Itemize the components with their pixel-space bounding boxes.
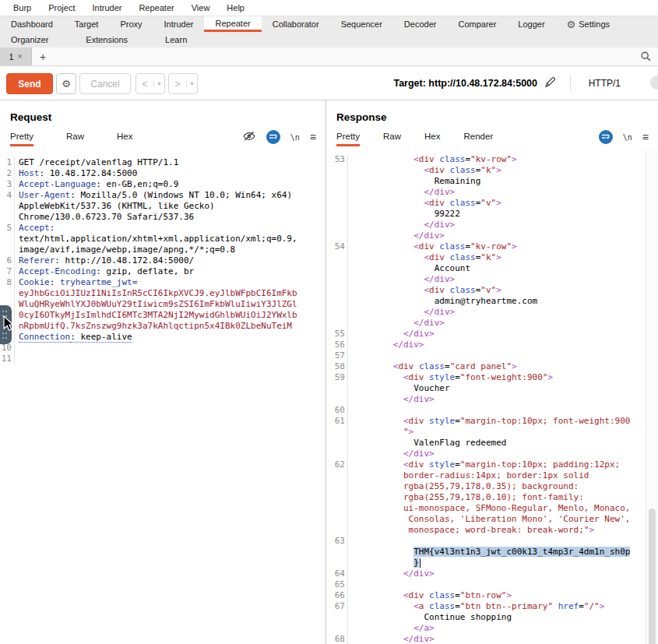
- tab-extensions[interactable]: Extensions: [75, 32, 139, 48]
- request-panel-title: Request: [10, 111, 51, 123]
- tab-target[interactable]: Target: [64, 16, 110, 32]
- menu-burp[interactable]: Burp: [5, 3, 40, 12]
- line-number: [326, 525, 345, 536]
- tab-comparer[interactable]: Comparer: [447, 16, 507, 32]
- tab-label: Target: [75, 19, 99, 29]
- send-button[interactable]: Send: [6, 73, 53, 94]
- tab-sequencer[interactable]: Sequencer: [330, 16, 393, 32]
- code-line: <div class="k">: [326, 252, 646, 263]
- code-line: </div>: [326, 220, 646, 231]
- line-number: 6: [0, 255, 12, 266]
- response-panel: Response PrettyRawHexRender \n ≡ 53 <div…: [326, 100, 658, 644]
- tab-label: Proxy: [120, 19, 142, 29]
- send-options-gear-icon[interactable]: ⚙: [56, 73, 76, 94]
- code-line: WluQHRyeWhlYXJ0bWUuY29tIiwicm9sZSI6ImFkb…: [0, 299, 325, 310]
- close-icon[interactable]: ×: [18, 52, 23, 61]
- code-line: 58 <div class="card panel">: [326, 361, 646, 372]
- burp-suite-window: BurpProjectIntruderRepeaterViewHelp Dash…: [0, 0, 658, 644]
- request-tab-hex[interactable]: Hex: [117, 132, 132, 146]
- show-newlines-icon[interactable]: \n: [623, 133, 632, 142]
- hide-headers-eye-icon[interactable]: [242, 131, 256, 143]
- tab-label: Intruder: [164, 19, 194, 29]
- code-line: </div>: [326, 187, 646, 198]
- menu-view[interactable]: View: [183, 3, 219, 12]
- repeater-tab-1[interactable]: 1 ×: [0, 48, 32, 65]
- chevron-down-icon[interactable]: ▾: [186, 80, 197, 87]
- code-line: ">: [326, 427, 646, 438]
- word-wrap-icon[interactable]: [599, 130, 613, 144]
- code-line: 2Host: 10.48.172.84:5000: [0, 168, 325, 179]
- tab-learn[interactable]: Learn: [154, 32, 198, 48]
- tab-collaborator[interactable]: Collaborator: [262, 16, 330, 32]
- forward-icon: >: [169, 79, 186, 90]
- editor-menu-icon[interactable]: ≡: [642, 132, 649, 143]
- tab-dashboard[interactable]: Dashboard: [0, 16, 64, 32]
- menu-intruder[interactable]: Intruder: [84, 3, 131, 12]
- line-number: [0, 201, 12, 212]
- tab-settings[interactable]: ⚙Settings: [556, 16, 621, 32]
- menu-repeater[interactable]: Repeater: [130, 3, 182, 12]
- code-line: 66 <div class="btn-row">: [326, 590, 646, 601]
- cancel-button[interactable]: Cancel: [79, 73, 131, 94]
- toolbar-divider: [570, 75, 571, 91]
- code-line: ui-monospace, SFMono-Regular, Menlo, Mon…: [326, 503, 646, 514]
- response-editor[interactable]: 53 <div class="kv-row"> <div class="k"> …: [326, 150, 646, 644]
- word-wrap-icon[interactable]: [266, 130, 280, 144]
- add-tab-button[interactable]: +: [32, 48, 54, 65]
- tab-repeater[interactable]: Repeater: [204, 16, 261, 32]
- line-number: [326, 252, 345, 263]
- scrollbar-thumb[interactable]: [649, 509, 656, 644]
- line-number: [326, 470, 345, 481]
- tab-label: Collaborator: [273, 19, 319, 29]
- code-line: 56 </div>: [326, 340, 646, 350]
- search-icon[interactable]: [640, 51, 652, 64]
- code-line: </div>: [326, 318, 646, 329]
- request-view-tabs: PrettyRawHex: [10, 132, 133, 146]
- code-line: }: [326, 558, 646, 568]
- response-tab-raw[interactable]: Raw: [383, 132, 401, 146]
- forward-button[interactable]: > ▾: [168, 73, 198, 94]
- tab-label: Dashboard: [11, 19, 53, 29]
- response-tab-pretty[interactable]: Pretty: [336, 132, 360, 146]
- menu-project[interactable]: Project: [40, 3, 83, 12]
- chevron-down-icon[interactable]: ▾: [153, 80, 164, 87]
- tab-proxy[interactable]: Proxy: [109, 16, 153, 32]
- line-number: [326, 165, 345, 176]
- request-tab-pretty[interactable]: Pretty: [10, 132, 33, 146]
- line-number: [326, 307, 345, 318]
- main-tab-bar: DashboardTargetProxyIntruderRepeaterColl…: [0, 16, 658, 48]
- menu-help[interactable]: Help: [218, 3, 253, 12]
- code-line: Consolas, 'Liberation Mono', 'Courier Ne…: [326, 514, 646, 525]
- back-icon: <: [136, 79, 153, 90]
- code-line: 4User-Agent: Mozilla/5.0 (Windows NT 10.…: [0, 190, 325, 201]
- line-number: [326, 438, 345, 449]
- request-panel: Request PrettyRawHex \n ≡ 1GET /receipt/…: [0, 100, 326, 644]
- http-version-toggle[interactable]: [650, 76, 658, 90]
- tab-intruder[interactable]: Intruder: [153, 16, 205, 32]
- edit-target-pencil-icon[interactable]: [544, 76, 557, 90]
- request-tab-raw[interactable]: Raw: [66, 132, 84, 146]
- code-line: <div class="v">: [326, 285, 646, 296]
- code-line: 68 </div>: [326, 634, 646, 644]
- line-number: 54: [326, 241, 345, 252]
- code-line: 57: [326, 350, 646, 361]
- editor-menu-icon[interactable]: ≡: [310, 132, 316, 143]
- code-line: Voucher: [326, 383, 646, 394]
- response-tab-render[interactable]: Render: [464, 132, 494, 146]
- tab-decoder[interactable]: Decoder: [393, 16, 448, 32]
- back-button[interactable]: < ▾: [135, 73, 165, 94]
- code-line: 6Referer: http://10.48.172.84:5000/: [0, 255, 325, 266]
- response-scrollbar[interactable]: [646, 150, 658, 644]
- response-tab-hex[interactable]: Hex: [424, 132, 440, 146]
- tab-logger[interactable]: Logger: [507, 16, 555, 32]
- code-line: Continue shopping: [326, 612, 646, 623]
- code-line: 65: [326, 579, 646, 590]
- line-number: 56: [326, 340, 345, 350]
- show-newlines-icon[interactable]: \n: [290, 133, 300, 142]
- tab-organizer[interactable]: Organizer: [0, 32, 59, 48]
- repeater-tab-label: 1: [9, 52, 14, 62]
- tab-label: Logger: [518, 19, 544, 29]
- request-editor[interactable]: 1GET /receipt/valenflag HTTP/1.12Host: 1…: [0, 150, 325, 644]
- line-number: 5: [0, 223, 12, 234]
- code-line: 53 <div class="kv-row">: [326, 154, 646, 165]
